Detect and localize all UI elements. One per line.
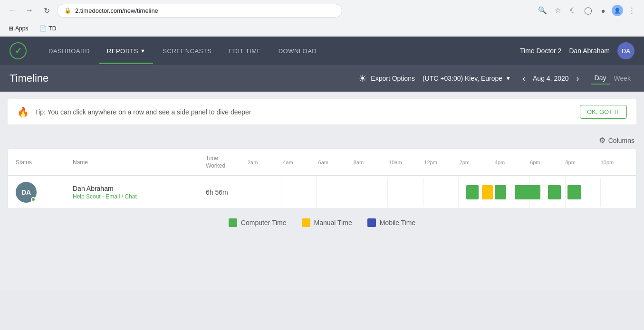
search-icon[interactable]: 🔍 — [536, 4, 549, 17]
timezone-selector[interactable]: (UTC +03:00) Kiev, Europe ▼ — [423, 75, 511, 82]
more-menu-button[interactable]: ⋮ — [625, 4, 638, 17]
time-label-8pm: 8pm — [565, 160, 600, 165]
name-cell: Dan Abraham Help Scout - Email / Chat — [65, 176, 198, 208]
timezone-chevron-icon: ▼ — [505, 75, 511, 82]
legend: Computer Time Manual Time Mobile Time — [8, 209, 636, 236]
apps-grid-icon: ⊞ — [9, 25, 13, 32]
timer-icon[interactable]: ◯ — [581, 4, 595, 17]
time-worked-value: 6h 56m — [206, 189, 228, 196]
columns-label: Columns — [608, 137, 634, 144]
columns-row: ⚙ Columns — [8, 132, 636, 149]
user-avatar[interactable]: DA — [617, 42, 634, 59]
time-axis-header: 2am 4am 6am 8am 10am 12pm 2pm 4pm 6pm 8p… — [246, 149, 636, 175]
tip-banner: 🔥 Tip: You can click anywhere on a row a… — [8, 99, 636, 124]
time-bar-5 — [567, 185, 581, 199]
logo[interactable]: ✓ — [10, 42, 27, 59]
timeline-bars-container — [246, 178, 636, 207]
prev-date-button[interactable]: ‹ — [519, 72, 529, 85]
nav-screencasts[interactable]: SCREENCASTS — [155, 38, 219, 64]
reports-nav-item: REPORTS ▼ — [107, 47, 146, 55]
time-bar-2 — [495, 185, 507, 199]
address-bar[interactable]: 🔒 2.timedoctor.com/new/timeline — [57, 4, 342, 18]
bookmark-apps[interactable]: ⊞ Apps — [6, 24, 31, 33]
time-label-6pm: 6pm — [530, 160, 565, 165]
status-column-header: Status — [8, 149, 65, 175]
nav-dashboard[interactable]: DASHBOARD — [41, 38, 97, 64]
time-bar-3 — [515, 185, 540, 199]
bookmarks-bar: ⊞ Apps 📄 TD — [0, 21, 644, 36]
bookmark-td[interactable]: 📄 TD — [37, 24, 59, 33]
timezone-text: (UTC +03:00) Kiev, Europe — [423, 75, 502, 82]
timeline-table: Status Name TimeWorked 2am 4am 6am 8am 1… — [8, 149, 636, 209]
url-text: 2.timedoctor.com/new/timeline — [75, 7, 158, 14]
timeline-header-bar: Timeline ☀ Export Options (UTC +03:00) K… — [0, 65, 644, 92]
time-label-10pm: 10pm — [601, 160, 636, 165]
nav-edit-time[interactable]: EDIT TIME — [221, 38, 269, 64]
user-full-name: Dan Abraham — [73, 185, 137, 192]
reports-label: REPORTS — [107, 47, 138, 55]
nav-reports[interactable]: REPORTS ▼ — [99, 38, 154, 64]
status-cell: DA — [8, 176, 65, 208]
export-options-button[interactable]: ☀ Export Options — [358, 73, 415, 84]
time-label-2pm: 2pm — [460, 160, 495, 165]
td-bookmark-icon: 📄 — [39, 25, 47, 32]
computer-time-color-swatch — [229, 218, 237, 227]
computer-time-label: Computer Time — [241, 219, 287, 226]
nav-download[interactable]: DOWNLOAD — [271, 38, 325, 64]
app-header: ✓ DASHBOARD REPORTS ▼ SCREENCASTS EDIT T… — [0, 37, 644, 65]
logo-icon: ✓ — [10, 42, 27, 59]
legend-mobile-time: Mobile Time — [367, 218, 415, 227]
main-content: 🔥 Tip: You can click anywhere on a row a… — [0, 92, 644, 291]
cloud-upload-icon: ☀ — [358, 73, 367, 84]
back-button[interactable]: ← — [6, 4, 19, 17]
reload-button[interactable]: ↻ — [40, 4, 53, 17]
timeline-cell — [246, 176, 636, 208]
forward-button[interactable]: → — [23, 4, 36, 17]
timeline-controls: ☀ Export Options (UTC +03:00) Kiev, Euro… — [358, 72, 634, 85]
manual-time-color-swatch — [302, 218, 310, 227]
time-worked-column-header: TimeWorked — [198, 149, 246, 175]
page-title: Timeline — [10, 72, 48, 85]
main-nav: DASHBOARD REPORTS ▼ SCREENCASTS EDIT TIM… — [41, 38, 520, 64]
night-mode-icon[interactable]: ☾ — [566, 4, 579, 17]
export-label: Export Options — [371, 75, 415, 82]
user-status-avatar: DA — [16, 182, 37, 203]
user-task[interactable]: Help Scout - Email / Chat — [73, 193, 137, 200]
avatar-image: 👤 — [614, 8, 621, 14]
user-initials: DA — [622, 47, 630, 55]
browser-chrome: ← → ↻ 🔒 2.timedoctor.com/new/timeline 🔍 … — [0, 0, 644, 37]
avatar-initials: DA — [21, 189, 31, 196]
gear-icon: ⚙ — [599, 136, 606, 145]
legend-manual-time: Manual Time — [302, 218, 352, 227]
lock-icon: 🔒 — [64, 7, 71, 14]
time-bar-0 — [466, 185, 479, 199]
current-date: Aug 4, 2020 — [533, 75, 569, 82]
table-header: Status Name TimeWorked 2am 4am 6am 8am 1… — [8, 149, 636, 176]
profile-avatar[interactable]: 👤 — [612, 5, 623, 16]
view-toggle: Day Week — [591, 72, 634, 85]
next-date-button[interactable]: › — [573, 72, 583, 85]
tip-text: Tip: You can click anywhere on a row and… — [35, 108, 574, 116]
extensions-icon[interactable]: ● — [596, 4, 610, 17]
table-row[interactable]: DA Dan Abraham Help Scout - Email / Chat… — [8, 176, 636, 208]
week-view-button[interactable]: Week — [610, 73, 634, 84]
checkmark-icon: ✓ — [15, 46, 22, 56]
day-view-button[interactable]: Day — [591, 72, 610, 85]
time-label-4am: 4am — [283, 160, 318, 165]
time-label-2am: 2am — [248, 160, 283, 165]
nav-right: Time Doctor 2 Dan Abraham DA — [520, 42, 634, 59]
time-label-8am: 8am — [354, 160, 389, 165]
ok-got-it-button[interactable]: OK, GOT IT — [580, 105, 627, 119]
time-label-10am: 10am — [389, 160, 424, 165]
time-bar-4 — [548, 185, 560, 199]
legend-computer-time: Computer Time — [229, 218, 287, 227]
online-status-dot — [31, 197, 36, 202]
time-label-4pm: 4pm — [495, 160, 530, 165]
bookmark-icon[interactable]: ☆ — [551, 4, 564, 17]
time-label-6am: 6am — [318, 160, 354, 165]
mobile-time-label: Mobile Time — [380, 219, 415, 226]
user-display-name: Dan Abraham — [569, 47, 610, 55]
bookmark-apps-label: Apps — [15, 25, 28, 32]
columns-button[interactable]: ⚙ Columns — [599, 136, 634, 145]
time-label-12pm: 12pm — [424, 160, 459, 165]
